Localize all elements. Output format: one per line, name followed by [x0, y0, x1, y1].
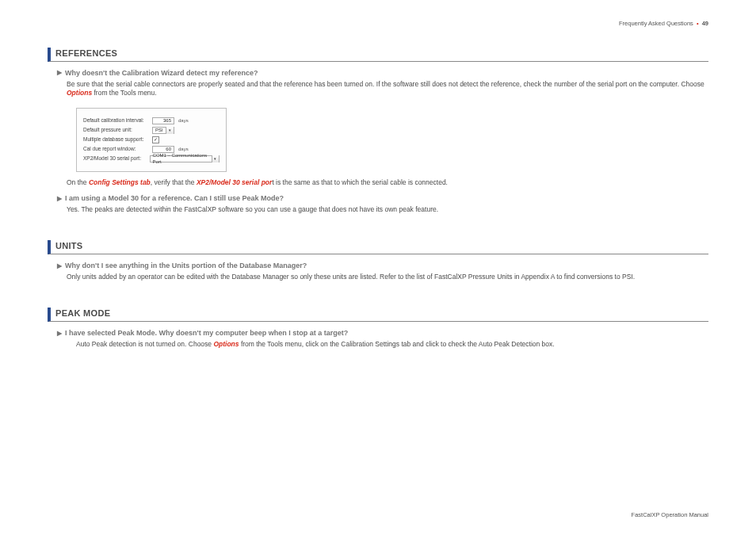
section-units: UNITS ▶ Why don't I see anything in the … [48, 240, 708, 281]
answer-text: Yes. The peaks are detected within the F… [67, 205, 708, 214]
answer-text: from the Tools menu, click on the Calibr… [239, 340, 555, 348]
setting-multi-db: Multiple database support: ✓ [83, 136, 220, 143]
answer-text: On the [67, 178, 89, 186]
faq-answer: Be sure that the serial cable connectors… [67, 80, 708, 187]
faq-question: ▶ Why doesn't the Calibration Wizard det… [57, 68, 708, 78]
multidb-checkbox[interactable]: ✓ [152, 136, 159, 143]
setting-label: Cal due report window: [83, 146, 148, 153]
setting-pressure-unit: Default pressure unit: PSI ▾ [83, 127, 220, 134]
caldue-unit: days [178, 146, 189, 152]
faq-answer: Yes. The peaks are detected within the F… [67, 205, 708, 214]
config-tab-link: Config Settings tab [89, 178, 151, 186]
section-references: REFERENCES ▶ Why doesn't the Calibration… [48, 48, 708, 214]
answer-text: is the same as that to which the serial … [274, 178, 448, 186]
question-text: I have selected Peak Mode. Why doesn't m… [65, 328, 348, 338]
setting-label: Default pressure unit: [83, 127, 148, 134]
settings-panel: Default calibration interval: 365 days D… [76, 108, 227, 172]
faq-units-1: ▶ Why don't I see anything in the Units … [57, 261, 708, 281]
pressure-unit-select[interactable]: PSI ▾ [152, 127, 174, 134]
section-heading-units: UNITS [48, 240, 708, 254]
faq-question: ▶ I am using a Model 30 for a reference.… [57, 193, 708, 204]
section-heading-peak: PEAK MODE [48, 308, 708, 322]
arrow-right-icon: ▶ [57, 69, 62, 78]
section-heading-references: REFERENCES [48, 48, 708, 62]
header-title: Frequently Asked Questions [619, 20, 693, 27]
serial-port-select[interactable]: COM1 – Communications Port ▾ [150, 155, 220, 162]
page-number: 49 [702, 20, 708, 27]
question-text: Why don't I see anything in the Units po… [65, 261, 307, 270]
chevron-down-icon: ▾ [212, 155, 219, 162]
faq-question: ▶ Why don't I see anything in the Units … [57, 261, 708, 271]
question-text: I am using a Model 30 for a reference. C… [65, 193, 284, 203]
faq-references-2: ▶ I am using a Model 30 for a reference.… [57, 193, 708, 214]
arrow-right-icon: ▶ [57, 330, 62, 338]
arrow-right-icon: ▶ [57, 195, 62, 204]
setting-label: Default calibration interval: [83, 117, 148, 124]
section-peak: PEAK MODE ▶ I have selected Peak Mode. W… [48, 308, 708, 349]
faq-question: ▶ I have selected Peak Mode. Why doesn't… [57, 328, 708, 338]
page-header: Frequently Asked Questions • 49 [619, 20, 708, 28]
interval-field[interactable]: 365 [152, 117, 174, 124]
setting-label: XP2/Model 30 serial port: [83, 155, 146, 162]
answer-text: Only units added by an operator can be e… [67, 273, 708, 281]
options-link: Options [67, 89, 92, 97]
answer-text: Auto Peak detection is not turned on. Ch… [76, 340, 213, 348]
faq-answer: Only units added by an operator can be e… [67, 273, 708, 281]
answer-text: from the Tools menu. [92, 89, 157, 97]
page-footer: FastCalXP Operation Manual [632, 511, 708, 519]
question-text: Why doesn't the Calibration Wizard detec… [65, 68, 258, 78]
select-value: PSI [155, 127, 163, 133]
answer-text: Be sure that the serial cable connectors… [67, 80, 704, 88]
setting-serial-port: XP2/Model 30 serial port: COM1 – Communi… [83, 155, 220, 162]
faq-references-1: ▶ Why doesn't the Calibration Wizard det… [57, 68, 708, 187]
answer-text: , verify that the [151, 178, 197, 186]
interval-unit: days [178, 117, 189, 124]
chevron-down-icon: ▾ [166, 127, 174, 134]
options-link: Options [213, 340, 239, 348]
header-dot: • [695, 20, 701, 27]
faq-answer: Auto Peak detection is not turned on. Ch… [76, 340, 708, 349]
select-value: COM1 – Communications Port [153, 152, 212, 165]
faq-peak-1: ▶ I have selected Peak Mode. Why doesn't… [57, 328, 708, 349]
setting-default-interval: Default calibration interval: 365 days [83, 117, 220, 124]
serial-port-link: XP2/Model 30 serial por [197, 178, 272, 186]
setting-label: Multiple database support: [83, 136, 148, 143]
arrow-right-icon: ▶ [57, 262, 62, 271]
